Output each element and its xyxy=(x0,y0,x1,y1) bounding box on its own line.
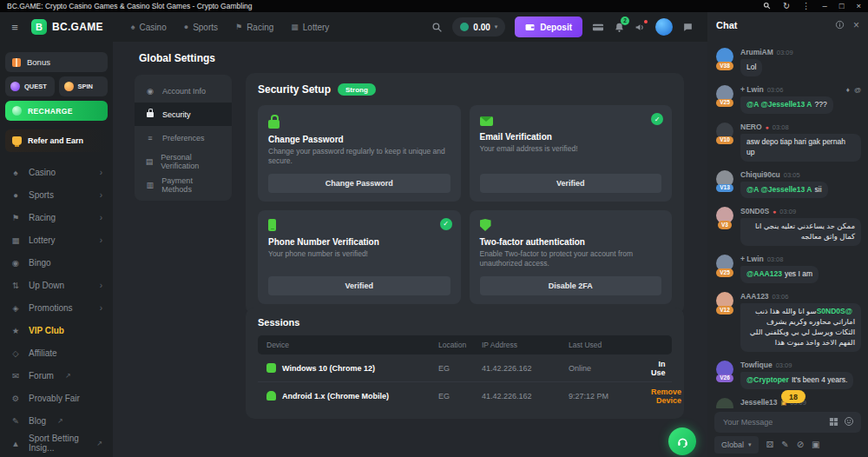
recharge-label: RECHARGE xyxy=(28,107,73,116)
settings-menu-item[interactable]: ▥ Payment Methods xyxy=(135,173,232,196)
wallet-nav-icon[interactable] xyxy=(592,23,604,32)
security-card-title: Phone Number Verification xyxy=(268,237,450,247)
brand-logo[interactable]: B BC.GAME xyxy=(31,19,103,35)
sidebar-item[interactable]: ⚑ Racing › xyxy=(5,206,108,228)
chat-username[interactable]: + Lwin xyxy=(740,255,764,263)
chat-username[interactable]: + Lwin xyxy=(740,85,764,94)
sidebar-item[interactable]: ✉ Forum ↗ xyxy=(5,364,108,387)
sidebar-item[interactable]: ⇅ Up Down › xyxy=(5,274,108,296)
sidebar-item[interactable]: ▲ Sport Betting Insig... ↗ xyxy=(5,432,108,454)
user-level-badge: V10 xyxy=(716,136,733,145)
recharge-button[interactable]: RECHARGE xyxy=(5,101,108,121)
session-action-link[interactable]: In Use xyxy=(651,360,666,377)
maximize-button[interactable]: □ xyxy=(839,2,845,10)
nav-item-icon: ● xyxy=(184,23,188,31)
chat-bubble: @A @Jesselle13 Asii xyxy=(740,182,828,199)
security-card-button[interactable]: Change Password xyxy=(268,174,450,193)
header-nav-item[interactable]: ● Sports xyxy=(184,23,218,32)
security-card-button[interactable]: Verified xyxy=(480,174,662,193)
mention-icon[interactable]: @ xyxy=(854,86,861,94)
message-hover-actions[interactable]: ♦ @ xyxy=(846,86,861,94)
promotions-speaker-icon[interactable] xyxy=(635,22,646,33)
sidebar-item[interactable]: ◉ Bingo xyxy=(5,251,108,274)
close-window-button[interactable]: × xyxy=(856,2,861,10)
search-icon[interactable] xyxy=(431,22,443,33)
page-search-icon[interactable] xyxy=(763,2,771,11)
settings-menu-item[interactable]: ◉ Account Info xyxy=(135,79,232,103)
chat-bottom-bar: Global ▾ ⚄ ✎ ⊘ ▣ xyxy=(714,436,861,454)
chat-username[interactable]: ArumiAM xyxy=(740,48,773,56)
mention-link[interactable]: @A @Jesselle13 A xyxy=(746,100,812,109)
security-card: Change Password Change your password reg… xyxy=(258,105,461,202)
unread-messages-badge[interactable]: 18 xyxy=(781,390,806,403)
chat-message-input[interactable] xyxy=(721,417,824,427)
mention-link[interactable]: @A @Jesselle13 A xyxy=(746,185,812,194)
chat-close-icon[interactable]: × xyxy=(853,20,859,30)
app-header: ≡ B BC.GAME ♠ Casino ● Sports ⚑ Racing xyxy=(0,12,707,42)
gif-grid-icon[interactable] xyxy=(829,414,838,430)
quest-button[interactable]: QUEST xyxy=(5,76,55,96)
security-card-button[interactable]: Disable 2FA xyxy=(480,276,662,295)
chat-bubble: Lol xyxy=(740,59,762,76)
sidebar-item-label: Sport Betting Insig... xyxy=(29,434,85,453)
sidebar-item[interactable]: ● Sports › xyxy=(5,183,108,206)
chat-message: V38 ArumiAM 03:09 Lol xyxy=(713,43,863,81)
chat-rules-icon[interactable]: ⊘ xyxy=(797,440,804,449)
sidebar-item[interactable]: ⚙ Provably Fair xyxy=(5,387,108,409)
kebab-menu-icon[interactable]: ⋮ xyxy=(802,2,811,10)
chat-text: Lol xyxy=(746,63,756,71)
chat-info-icon[interactable] xyxy=(835,17,845,33)
spin-button[interactable]: SPIN xyxy=(59,76,108,96)
mention-link[interactable]: @AAA123 xyxy=(746,269,782,278)
settings-menu-item[interactable]: Security xyxy=(135,103,232,126)
external-link-icon: ↗ xyxy=(57,417,63,425)
mention-link[interactable]: @Cryptoper xyxy=(746,375,789,384)
chat-username[interactable]: AAA123 xyxy=(740,292,769,301)
settings-menu-item[interactable]: ≡ Preferences xyxy=(135,126,232,149)
chat-username[interactable]: NERO xyxy=(740,123,762,131)
chat-avatar[interactable] xyxy=(716,398,733,408)
chat-username[interactable]: Chiqui90cu xyxy=(740,170,780,179)
wallet-icon xyxy=(525,23,535,31)
refresh-icon[interactable]: ↻ xyxy=(783,2,790,10)
chat-room-selector[interactable]: Global ▾ xyxy=(714,436,759,454)
gift-icon[interactable]: ▣ xyxy=(812,440,819,449)
header-nav-item[interactable]: ▦ Lottery xyxy=(291,23,329,32)
sidebar-item[interactable]: ◈ Promotions › xyxy=(5,296,108,319)
dice-icon[interactable]: ⚄ xyxy=(766,440,774,449)
headset-icon xyxy=(676,435,689,448)
chat-username[interactable]: Jesselle13 xyxy=(740,398,778,407)
hamburger-menu-icon[interactable]: ≡ xyxy=(7,21,23,34)
device-os-icon xyxy=(266,391,276,401)
header-nav-item[interactable]: ⚑ Racing xyxy=(235,23,273,32)
chat-toggle-icon[interactable] xyxy=(682,22,694,33)
minimize-button[interactable]: – xyxy=(822,2,826,10)
sidebar-item-label: Promotions xyxy=(29,303,73,313)
bonus-button[interactable]: Bonus xyxy=(5,52,108,72)
sidebar-item[interactable]: ◇ Affiliate xyxy=(5,341,108,364)
chevron-right-icon: › xyxy=(100,190,102,200)
sidebar-item[interactable]: ▦ Lottery › xyxy=(5,228,108,251)
header-nav-item[interactable]: ♠ Casino xyxy=(131,23,167,32)
pencil-icon[interactable]: ✎ xyxy=(781,440,788,449)
emoji-smiley-icon[interactable] xyxy=(844,414,854,430)
sidebar-item[interactable]: ✎ Blog ↗ xyxy=(5,409,108,432)
user-avatar[interactable] xyxy=(655,18,673,36)
mention-link[interactable]: @S0ND0S xyxy=(817,307,852,315)
sidebar-item[interactable]: ♠ Casino › xyxy=(5,161,108,183)
column-ip: IP Address xyxy=(482,341,569,349)
window-title: BC.GAME: Crypto Casino Games & Casino Sl… xyxy=(7,2,252,10)
chat-username[interactable]: S0ND0S xyxy=(740,207,769,215)
tip-icon[interactable]: ♦ xyxy=(846,86,850,94)
chat-text: sii xyxy=(815,185,822,194)
settings-menu-item[interactable]: ▤ Personal Verification xyxy=(135,149,232,173)
refer-and-earn-button[interactable]: Refer and Earn xyxy=(5,129,108,152)
support-headset-button[interactable] xyxy=(668,427,696,455)
security-card-button[interactable]: Verified xyxy=(268,276,450,295)
chat-username[interactable]: Towfique xyxy=(740,361,773,369)
deposit-button[interactable]: Deposit xyxy=(515,17,582,37)
sidebar-item[interactable]: ★ VIP Club xyxy=(5,319,108,341)
session-action-link[interactable]: Remove Device xyxy=(651,387,681,405)
balance-selector[interactable]: 0.00 ▾ xyxy=(452,17,505,36)
notifications-bell-icon[interactable]: 2 xyxy=(614,22,625,33)
